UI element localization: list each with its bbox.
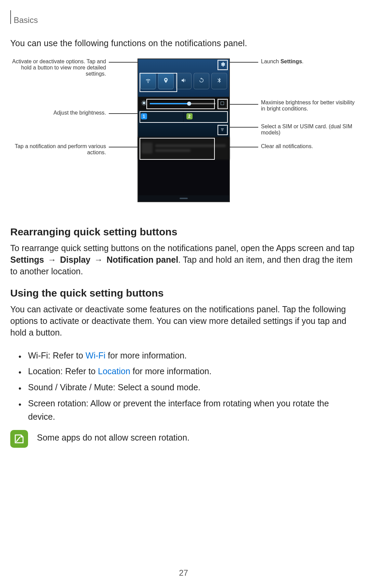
drag-handle[interactable] (180, 198, 188, 199)
quick-settings-row (138, 70, 229, 89)
list-item: Location: Refer to Location for more inf… (10, 365, 357, 378)
sound-icon (181, 77, 187, 85)
svg-rect-0 (221, 102, 224, 105)
leader-line (109, 113, 140, 114)
settings-button[interactable] (218, 61, 227, 69)
callout-brightness: Adjust the brightness. (10, 110, 106, 116)
sim-tab-1[interactable]: 1 (138, 110, 184, 122)
checkbox-icon (220, 101, 224, 107)
using-list: Wi-Fi: Refer to Wi-Fi for more informati… (10, 349, 357, 423)
panel-handle-bar (138, 195, 229, 201)
callout-sim: Select a SIM or USIM card. (dual SIM mod… (261, 123, 357, 136)
sim-tab-2[interactable]: 2 (184, 110, 229, 122)
wifi-icon (145, 77, 151, 85)
callout-settings-bold: Settings (280, 58, 302, 64)
path-display: Display (60, 255, 91, 264)
heading-rearranging: Rearranging quick setting buttons (10, 226, 357, 238)
callout-max-brightness: Maximise brightness for better visibilit… (261, 100, 357, 112)
item-bold: Location (28, 366, 61, 376)
brightness-knob[interactable] (187, 102, 191, 106)
gear-row (138, 59, 229, 70)
item-post: : Select a sound mode. (113, 382, 200, 392)
item-link[interactable]: Location (98, 366, 130, 376)
callout-settings-pre: Launch (261, 58, 280, 64)
item-mid: : Refer to (61, 366, 98, 376)
callout-settings: Launch Settings. (261, 58, 357, 65)
callout-options: Activate or deactivate options. Tap and … (10, 58, 106, 77)
notification-text (155, 144, 226, 152)
text: To rearrange quick setting buttons on th… (10, 243, 354, 253)
rotation-icon (198, 77, 205, 85)
brightness-slider[interactable] (150, 103, 215, 104)
arrow-icon: → (48, 255, 56, 264)
arrow-icon: → (94, 255, 103, 264)
notification-header (138, 122, 229, 137)
notification-list (138, 137, 229, 159)
item-link[interactable]: Wi-Fi (86, 351, 105, 360)
brightness-icon (141, 100, 147, 107)
annotated-figure: Activate or deactivate options. Tap and … (10, 58, 357, 209)
rearrange-body: To rearrange quick setting buttons on th… (10, 243, 357, 277)
brightness-fill (150, 103, 189, 104)
note: Some apps do not allow screen rotation. (10, 430, 357, 448)
notification-app-icon (142, 143, 153, 154)
item-slash: / (87, 382, 94, 392)
gear-icon (220, 62, 225, 68)
location-toggle[interactable] (158, 73, 174, 89)
list-item: Screen rotation: Allow or prevent the in… (10, 397, 357, 423)
max-brightness-toggle[interactable] (218, 100, 226, 108)
item-bold: Mute (94, 382, 113, 392)
sim2-badge: 2 (186, 113, 193, 119)
content-area: You can use the following functions on t… (10, 38, 357, 448)
phone-quick-panel (138, 59, 229, 97)
brightness-row (138, 97, 229, 110)
item-mid: : Refer to (48, 351, 86, 360)
item-bold: Vibrate (60, 382, 87, 392)
item-post: for more information. (130, 366, 212, 376)
sim1-badge: 1 (141, 113, 147, 119)
item-post: for more information. (105, 351, 187, 360)
callout-clear: Clear all notifications. (261, 143, 357, 149)
phone-mock: 1 2 (137, 58, 230, 202)
intro-text: You can use the following functions on t… (10, 38, 357, 48)
sound-toggle[interactable] (176, 73, 192, 89)
path-settings: Settings (10, 255, 44, 264)
leader-line (226, 104, 258, 105)
bluetooth-icon (216, 77, 222, 85)
callout-settings-post: . (302, 58, 303, 64)
note-text: Some apps do not allow screen rotation. (37, 430, 189, 443)
bluetooth-toggle[interactable] (211, 73, 227, 89)
item-slash: / (53, 382, 60, 392)
using-body: You can activate or deactivate some feat… (10, 304, 357, 338)
item-bold: Wi-Fi (28, 351, 48, 360)
note-icon (10, 430, 28, 448)
leader-line (109, 147, 140, 147)
clear-icon (220, 127, 225, 133)
path-notification-panel: Notification panel (106, 255, 178, 264)
notification-item[interactable] (138, 137, 229, 159)
wifi-toggle[interactable] (140, 73, 156, 89)
list-item: Sound / Vibrate / Mute: Select a sound m… (10, 381, 357, 394)
section-header: Basics (14, 15, 38, 25)
text-line (155, 149, 191, 152)
list-item: Wi-Fi: Refer to Wi-Fi for more informati… (10, 349, 357, 362)
rotation-toggle[interactable] (194, 73, 209, 89)
leader-line (229, 127, 258, 128)
margin-rule (10, 10, 11, 24)
item-bold: Screen rotation (28, 398, 86, 408)
callout-notification: Tap a notification and perform various a… (10, 143, 106, 156)
heading-using: Using the quick setting buttons (10, 287, 357, 299)
location-icon (163, 77, 169, 85)
clear-all-button[interactable] (218, 126, 227, 135)
text-line (155, 144, 226, 147)
page: Basics You can use the following functio… (0, 0, 367, 588)
page-number: 27 (0, 568, 367, 578)
sim-row: 1 2 (138, 110, 229, 122)
item-bold: Sound (28, 382, 53, 392)
